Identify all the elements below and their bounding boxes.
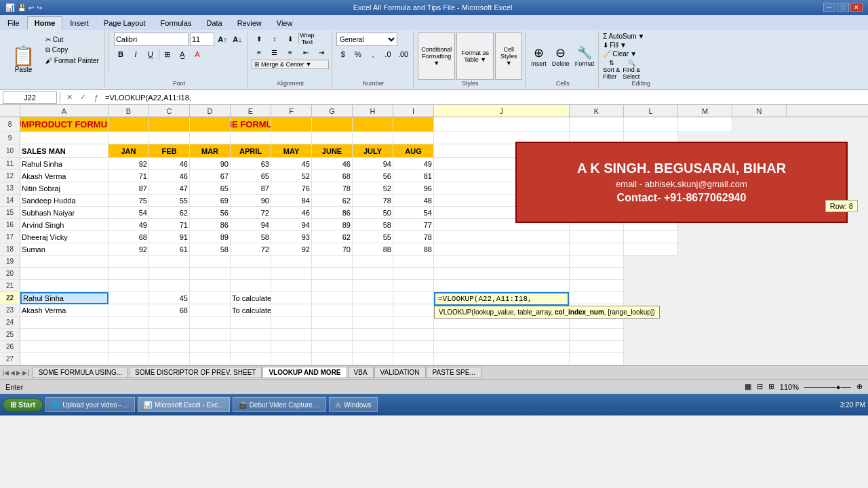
increase-indent-button[interactable]: ⇥: [314, 46, 329, 58]
cell-H25[interactable]: [353, 329, 393, 341]
cell-K17[interactable]: [570, 231, 624, 243]
cell-C11[interactable]: 46: [149, 158, 190, 170]
cell-F17[interactable]: 93: [271, 231, 312, 243]
cell-H22[interactable]: [353, 292, 393, 304]
cell-F21[interactable]: [271, 280, 312, 292]
formula-input[interactable]: [105, 92, 865, 104]
cell-D20[interactable]: [190, 268, 231, 280]
cell-C24[interactable]: [149, 317, 190, 329]
cell-J18[interactable]: [434, 243, 570, 256]
tab-page-layout[interactable]: Page Layout: [96, 16, 153, 30]
cell-B25[interactable]: [108, 329, 149, 341]
sheet-tab-vba[interactable]: VBA: [348, 367, 374, 378]
cell-E26[interactable]: [231, 341, 271, 353]
cell-D13[interactable]: 65: [190, 182, 231, 195]
cell-B14[interactable]: 75: [108, 195, 149, 207]
row-header-25[interactable]: 25: [0, 329, 20, 341]
name-box[interactable]: [3, 92, 57, 104]
cell-D8[interactable]: [190, 117, 231, 132]
cell-I22[interactable]: [393, 292, 434, 304]
minimize-button[interactable]: ─: [823, 3, 835, 12]
cell-B22[interactable]: [108, 292, 149, 304]
cell-C19[interactable]: [149, 256, 190, 268]
cell-G9[interactable]: [312, 132, 353, 144]
cell-F22[interactable]: [271, 292, 312, 304]
clear-button[interactable]: 🧹 Clear ▼: [603, 50, 679, 58]
cell-A23[interactable]: Akash Verma: [20, 304, 108, 317]
cell-E23[interactable]: To calculate the Akash Verma June Sallin…: [231, 304, 271, 317]
insert-function-button[interactable]: ƒ: [90, 92, 102, 104]
increase-decimal-button[interactable]: .00: [396, 47, 410, 61]
col-header-C[interactable]: C: [149, 105, 190, 117]
cell-K20[interactable]: [570, 268, 624, 280]
row-header-23[interactable]: 23: [0, 304, 20, 317]
row-header-19[interactable]: 19: [0, 256, 20, 268]
cell-E27[interactable]: [231, 353, 271, 365]
insert-button[interactable]: ⊕ Insert: [530, 44, 548, 68]
cell-D19[interactable]: [190, 256, 231, 268]
row-header-24[interactable]: 24: [0, 317, 20, 329]
cell-A13[interactable]: Nitin Sobraj: [20, 182, 108, 195]
cell-G13[interactable]: 78: [312, 182, 353, 195]
cell-B13[interactable]: 87: [108, 182, 149, 195]
delete-button[interactable]: ⊖ Delete: [551, 44, 571, 68]
align-top-button[interactable]: ⬆: [252, 33, 267, 45]
cell-B24[interactable]: [108, 317, 149, 329]
cell-I11[interactable]: 49: [393, 158, 434, 170]
percent-button[interactable]: %: [351, 47, 365, 61]
cell-E9[interactable]: [231, 132, 271, 144]
tab-data[interactable]: Data: [199, 16, 229, 30]
cell-A19[interactable]: [20, 256, 108, 268]
cell-B15[interactable]: 54: [108, 207, 149, 219]
cell-F20[interactable]: [271, 268, 312, 280]
cell-D12[interactable]: 67: [190, 170, 231, 182]
cell-I15[interactable]: 54: [393, 207, 434, 219]
taskbar-excel[interactable]: 📊 Microsoft Excel - Exc...: [138, 397, 230, 412]
comma-button[interactable]: ,: [366, 47, 380, 61]
align-bottom-button[interactable]: ⬇: [283, 33, 298, 45]
row-header-12[interactable]: 12: [0, 170, 20, 182]
underline-button[interactable]: U: [144, 47, 157, 61]
cell-G12[interactable]: 68: [312, 170, 353, 182]
cell-C12[interactable]: 46: [149, 170, 190, 182]
cell-L8[interactable]: [624, 117, 678, 132]
cell-C14[interactable]: 55: [149, 195, 190, 207]
cell-I8[interactable]: [393, 117, 434, 132]
borders-button[interactable]: ⊞: [161, 47, 174, 61]
cell-I18[interactable]: 88: [393, 243, 434, 256]
cell-C10[interactable]: FEB: [149, 144, 190, 158]
paste-button[interactable]: 📋 Paste: [5, 33, 41, 87]
cell-I27[interactable]: [393, 353, 434, 365]
cell-A15[interactable]: Subhash Naiyar: [20, 207, 108, 219]
cell-H18[interactable]: 88: [353, 243, 393, 256]
cell-E8[interactable]: TIME FORMULA: [231, 117, 271, 132]
cell-D10[interactable]: MAR: [190, 144, 231, 158]
sheet-tab-descriptor[interactable]: SOME DISCRIPTOR OF PREV. SHEET: [129, 367, 262, 378]
cell-G17[interactable]: 62: [312, 231, 353, 243]
cell-F11[interactable]: 45: [271, 158, 312, 170]
cell-G26[interactable]: [312, 341, 353, 353]
sheet-tab-formulas[interactable]: SOME FORMULA USING...: [33, 367, 128, 378]
cell-K8[interactable]: [570, 117, 624, 132]
cell-H17[interactable]: 55: [353, 231, 393, 243]
cell-H20[interactable]: [353, 268, 393, 280]
cell-G23[interactable]: [312, 304, 353, 317]
cell-K25[interactable]: [570, 329, 624, 341]
enter-formula-button[interactable]: ✓: [77, 92, 89, 104]
tab-insert[interactable]: Insert: [62, 16, 96, 30]
sort-filter-button[interactable]: ⇅ Sort &Filter: [603, 60, 620, 80]
cell-E15[interactable]: 72: [231, 207, 271, 219]
cell-A18[interactable]: Suman: [20, 243, 108, 256]
col-header-D[interactable]: D: [190, 105, 231, 117]
cell-E22[interactable]: To calculate the Rahul Sinha May Salling…: [231, 292, 271, 304]
tab-view[interactable]: View: [269, 16, 300, 30]
cell-G10[interactable]: JUNE: [312, 144, 353, 158]
cell-A26[interactable]: [20, 341, 108, 353]
cell-H15[interactable]: 50: [353, 207, 393, 219]
cell-K27[interactable]: [570, 353, 624, 365]
cell-K21[interactable]: [570, 280, 624, 292]
cell-H16[interactable]: 58: [353, 219, 393, 231]
cell-C16[interactable]: 71: [149, 219, 190, 231]
cell-I25[interactable]: [393, 329, 434, 341]
cell-H13[interactable]: 52: [353, 182, 393, 195]
